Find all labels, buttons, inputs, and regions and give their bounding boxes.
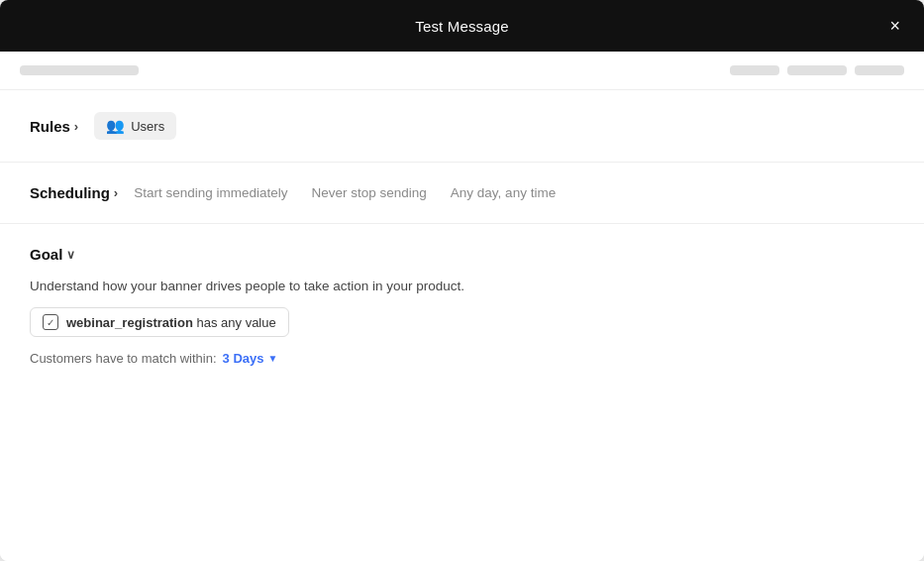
scheduling-labels: Start sending immediately Never stop sen… xyxy=(134,185,556,200)
goal-tag-key: webinar_registration xyxy=(66,315,193,330)
scheduling-label-1: Start sending immediately xyxy=(134,185,287,200)
modal: Test Message × Rules › 👥 Users xyxy=(0,0,924,561)
days-dropdown-arrow-icon: ▼ xyxy=(268,353,278,364)
customers-match-prefix: Customers have to match within: xyxy=(30,351,217,366)
modal-body: Rules › 👥 Users Scheduling › Start sendi… xyxy=(0,90,924,561)
goal-title-text: Goal xyxy=(30,246,62,263)
toolbar-skeleton-btn2 xyxy=(787,65,847,75)
goal-section: Goal ∨ Understand how your banner drives… xyxy=(0,224,924,388)
days-value: 3 Days xyxy=(223,351,264,366)
goal-tag[interactable]: ✓ webinar_registration has any value xyxy=(30,307,289,337)
customers-match-row: Customers have to match within: 3 Days ▼ xyxy=(30,351,894,366)
goal-title[interactable]: Goal ∨ xyxy=(30,246,894,263)
days-dropdown[interactable]: 3 Days ▼ xyxy=(223,351,278,366)
close-button[interactable]: × xyxy=(885,13,904,39)
toolbar-skeleton-left xyxy=(20,65,139,75)
scheduling-label-3: Any day, any time xyxy=(451,185,556,200)
users-badge-label: Users xyxy=(131,119,164,134)
scheduling-title-text: Scheduling xyxy=(30,184,110,201)
rules-section: Rules › 👥 Users xyxy=(0,90,924,163)
rules-title-text: Rules xyxy=(30,118,70,135)
modal-header: Test Message × xyxy=(0,0,924,52)
toolbar-skeleton-btn3 xyxy=(855,65,904,75)
scheduling-chevron-icon: › xyxy=(114,185,118,200)
users-icon: 👥 xyxy=(106,117,125,135)
goal-tag-value: has any value xyxy=(197,315,276,330)
scheduling-section-header: Scheduling › Start sending immediately N… xyxy=(30,184,894,201)
scheduling-section: Scheduling › Start sending immediately N… xyxy=(0,163,924,224)
rules-chevron-icon: › xyxy=(74,119,78,134)
toolbar-area xyxy=(0,52,924,90)
goal-chevron-icon: ∨ xyxy=(66,248,75,262)
goal-description: Understand how your banner drives people… xyxy=(30,279,894,293)
rules-section-header: Rules › 👥 Users xyxy=(30,112,894,140)
toolbar-skeleton-btn1 xyxy=(730,65,779,75)
goal-tag-text: webinar_registration has any value xyxy=(66,315,276,330)
toolbar-skeleton-right xyxy=(730,65,904,75)
goal-tag-icon: ✓ xyxy=(43,314,58,330)
modal-title: Test Message xyxy=(415,18,508,35)
scheduling-label-2: Never stop sending xyxy=(312,185,427,200)
rules-title[interactable]: Rules › xyxy=(30,118,78,135)
scheduling-title[interactable]: Scheduling › xyxy=(30,184,118,201)
users-badge-button[interactable]: 👥 Users xyxy=(94,112,176,140)
